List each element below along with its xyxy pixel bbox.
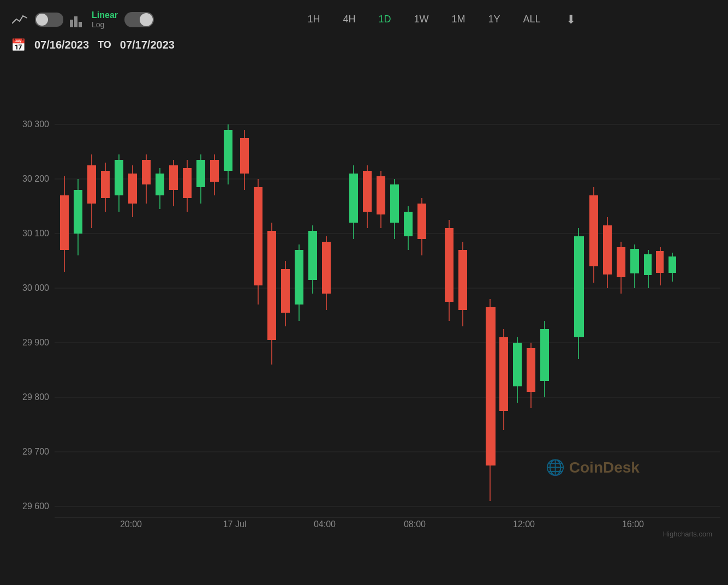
period-1w[interactable]: 1W — [410, 11, 432, 27]
candle-body — [458, 250, 467, 310]
time-period-selector: 1H 4H 1D 1W 1M 1Y ALL ⬇ — [163, 11, 717, 27]
date-from[interactable]: 07/16/2023 — [34, 39, 89, 51]
calendar-icon[interactable]: 📅 — [11, 38, 26, 52]
candle-body — [267, 231, 276, 340]
candlestick-chart: 30 300 30 200 30 100 30 000 29 900 29 80… — [0, 59, 728, 539]
candle-body — [281, 269, 290, 313]
candle-body — [240, 138, 249, 174]
candle-body — [60, 195, 69, 250]
candle-body — [656, 251, 664, 273]
period-1h[interactable]: 1H — [304, 11, 323, 27]
date-to-label: TO — [98, 39, 111, 51]
candle-body — [499, 337, 508, 411]
candle-body — [156, 174, 164, 195]
candle-body — [589, 195, 598, 266]
download-icon[interactable]: ⬇ — [566, 13, 576, 27]
period-1m[interactable]: 1M — [448, 11, 468, 27]
candle-body — [603, 225, 612, 274]
candle-body — [644, 254, 652, 275]
candle-body — [87, 165, 96, 204]
candle-body — [224, 130, 232, 171]
chart-area: 30 300 30 200 30 100 30 000 29 900 29 80… — [0, 59, 728, 580]
candle-body — [417, 204, 426, 239]
y-label: 29 600 — [22, 502, 49, 511]
y-label: 29 900 — [22, 338, 49, 347]
x-label: 08:00 — [404, 520, 426, 529]
date-to[interactable]: 07/17/2023 — [120, 39, 175, 51]
candle-body — [254, 187, 262, 285]
period-all[interactable]: ALL — [520, 11, 544, 27]
x-label: 20:00 — [120, 520, 142, 529]
chart-container: Linear Log 1H 4H 1D 1W 1M 1Y ALL ⬇ 📅 07/… — [0, 0, 728, 585]
candlestick-icon[interactable] — [70, 12, 85, 27]
period-1y[interactable]: 1Y — [485, 11, 504, 27]
toolbar: Linear Log 1H 4H 1D 1W 1M 1Y ALL ⬇ — [0, 5, 728, 34]
x-label: 12:00 — [513, 520, 535, 529]
highcharts-credit: Highcharts.com — [663, 530, 712, 538]
log-label[interactable]: Log — [92, 20, 118, 29]
candle-body — [74, 190, 82, 234]
y-label: 30 300 — [22, 120, 49, 129]
candle-body — [142, 160, 151, 184]
toggle-knob — [36, 14, 48, 26]
candle-body — [445, 228, 453, 302]
candle-body — [196, 160, 205, 187]
y-label: 30 100 — [22, 229, 49, 238]
candle-body — [527, 348, 535, 392]
watermark-coindesk: 🌐 CoinDesk — [546, 458, 640, 476]
x-label: 16:00 — [622, 520, 644, 529]
scale-selector: Linear Log — [92, 10, 118, 29]
candle-body — [101, 171, 110, 198]
linear-log-toggle[interactable] — [124, 12, 154, 27]
candle-body — [617, 247, 625, 277]
candle-body — [390, 184, 399, 223]
y-label: 29 800 — [22, 392, 49, 402]
candle-body — [183, 168, 192, 198]
candle-body — [513, 343, 522, 386]
toolbar-left: Linear Log — [11, 10, 154, 29]
candle-body — [349, 174, 358, 223]
chart-type-toggle[interactable] — [35, 13, 63, 27]
y-label: 30 200 — [22, 174, 49, 183]
period-4h[interactable]: 4H — [339, 11, 359, 27]
svg-rect-0 — [12, 14, 27, 26]
candle-body — [669, 256, 676, 273]
date-range-bar: 📅 07/16/2023 TO 07/17/2023 — [0, 34, 728, 57]
line-chart-icon[interactable] — [11, 11, 28, 28]
candle-body — [295, 250, 303, 305]
x-label: 04:00 — [314, 520, 336, 529]
toggle-knob2 — [140, 13, 153, 26]
candle-body — [574, 236, 584, 337]
x-label: 17 Jul — [223, 520, 247, 529]
candle-body — [630, 249, 639, 273]
candle-body — [210, 160, 219, 182]
candle-body — [377, 176, 385, 214]
candle-body — [115, 160, 123, 195]
candle-body — [308, 231, 317, 280]
y-label: 30 000 — [22, 283, 49, 292]
candle-body — [169, 165, 178, 190]
candle-body — [363, 171, 372, 212]
candle-body — [322, 242, 331, 294]
candle-body — [540, 329, 549, 381]
candle-body — [486, 307, 496, 465]
y-label: 29 700 — [22, 447, 49, 456]
candle-body — [128, 174, 137, 204]
linear-label[interactable]: Linear — [92, 10, 118, 20]
period-1d[interactable]: 1D — [375, 11, 394, 27]
candle-body — [404, 212, 413, 236]
